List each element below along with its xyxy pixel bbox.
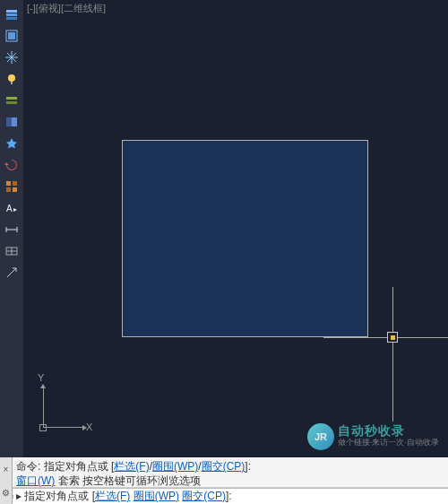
customize-icon[interactable]: ⚙ [2,488,10,498]
watermark-sub: 做个链接·来访一次·自动收录 [338,437,439,448]
command-panel-handle[interactable]: × ⚙ [0,457,13,504]
annotation-scale-icon[interactable] [2,263,22,282]
pickbox-marker [391,335,395,340]
layer-properties-icon[interactable] [2,4,22,24]
layer-previous-icon[interactable] [2,155,22,175]
selection-window-rectangle [122,140,368,337]
layer-off-icon[interactable] [2,69,22,89]
command-history-line-1: 命令: 指定对角点或 [栏选(F)/圈围(WP)/圈交(CP)]: [16,459,446,474]
svg-rect-4 [8,32,15,39]
crosshair-vertical [392,287,393,421]
layer-lock-icon[interactable] [2,91,22,110]
svg-rect-0 [6,10,17,13]
command-line-panel: × ⚙ 命令: 指定对角点或 [栏选(F)/圈围(WP)/圈交(CP)]: 窗口… [0,457,448,504]
cmd-opt-fence[interactable]: 栏选(F) [114,460,149,473]
svg-rect-8 [6,101,17,104]
cmd-input-suffix: ]: [226,490,232,502]
layer-states-icon[interactable] [2,26,22,46]
watermark: JR 自动秒收录 做个链接·来访一次·自动收录 [307,423,439,450]
layer-walk-icon[interactable] [2,177,22,196]
command-input-text[interactable]: ▸ 指定对角点或 [栏选(F) 圈围(WP) 圈交(CP)]: [16,489,232,504]
layer-match-icon[interactable] [2,134,22,153]
watermark-logo-icon: JR [307,423,334,450]
text-style-icon[interactable]: A [2,198,22,218]
cmd-in-opt-fence[interactable]: 栏选(F) [95,490,130,502]
cmd-hist1-suffix: ]: [245,460,251,473]
svg-rect-13 [6,187,11,192]
ucs-y-arrow-icon [40,384,46,388]
ucs-origin-box [39,424,47,431]
command-history[interactable]: 命令: 指定对角点或 [栏选(F)/圈围(WP)/圈交(CP)]: 窗口(W) … [0,457,448,488]
svg-rect-12 [13,181,17,186]
dimension-style-icon[interactable] [2,220,22,239]
ucs-y-label: Y [38,372,44,383]
layer-freeze-icon[interactable] [2,48,22,67]
svg-rect-7 [6,97,17,100]
cmd-hist2-rest: 套索 按空格键可循环浏览选项 [55,474,201,487]
svg-rect-11 [6,181,11,186]
command-history-line-2: 窗口(W) 套索 按空格键可循环浏览选项 [16,474,446,488]
cmd-in-opt-cpoly[interactable]: 圈交(CP) [182,490,226,502]
svg-text:A: A [6,204,13,213]
cmd-hist1-prefix: 命令: 指定对角点或 [ [16,460,114,473]
cmd-in-opt-wpoly[interactable]: 圈围(WP) [134,490,179,502]
cmd-opt-wpoly[interactable]: 圈围(WP) [152,460,198,473]
svg-rect-1 [6,13,17,16]
ucs-icon[interactable]: X Y [32,374,95,437]
drawing-viewport[interactable]: [-][俯视][二维线框] X Y [23,0,448,457]
command-input-line[interactable]: ▭ ▸ 指定对角点或 [栏选(F) 圈围(WP) 圈交(CP)]: [0,488,448,504]
svg-point-5 [8,74,15,82]
svg-rect-2 [6,17,17,20]
close-icon[interactable]: × [4,465,9,474]
cmd-opt-cpoly[interactable]: 圈交(CP) [202,460,246,473]
table-style-icon[interactable] [2,241,22,261]
ucs-y-axis-line [43,387,44,428]
left-toolbar: A [0,0,23,457]
watermark-brand: 自动秒收录 [338,425,439,437]
ucs-x-axis-line [43,427,83,428]
ucs-x-label: X [86,421,92,432]
cmd-opt-window[interactable]: 窗口(W) [16,474,55,487]
cursor-pickbox [387,332,398,343]
viewport-label[interactable]: [-][俯视][二维线框] [27,2,106,15]
layer-isolate-icon[interactable] [2,112,22,132]
svg-rect-14 [13,187,17,192]
crosshair-horizontal [323,337,448,338]
cmd-input-prefix: ▸ 指定对角点或 [ [16,490,95,502]
svg-rect-10 [6,117,12,126]
svg-rect-6 [11,82,13,84]
